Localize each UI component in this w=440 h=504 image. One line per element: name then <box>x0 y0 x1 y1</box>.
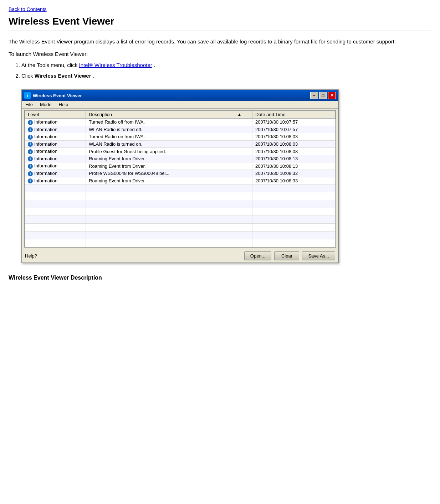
step2-text-after: . <box>93 73 94 79</box>
cell-sort <box>234 155 252 162</box>
cell-datetime: 2007/10/30 10:08:13 <box>252 155 335 162</box>
menu-mode[interactable]: Mode <box>39 102 53 108</box>
table-row: iInformation Turned Radio on from IWA. 2… <box>25 133 336 141</box>
clear-button[interactable]: Clear <box>274 251 299 260</box>
table-row: iInformation Profile Guest for Guest bei… <box>25 148 336 155</box>
section-footer-title: Wireless Event Viewer Description <box>9 275 431 281</box>
event-table-area: Level Description ▲ Date and Time iInfor… <box>24 110 336 248</box>
info-icon: i <box>28 149 33 154</box>
table-row: iInformation WLAN Radio is turned off. 2… <box>25 126 336 133</box>
table-row-empty <box>25 232 336 239</box>
cell-sort <box>234 170 252 177</box>
cell-description: Roaming Event from Driver. <box>86 162 234 170</box>
cell-datetime: 2007/10/30 10:08:03 <box>252 140 335 148</box>
table-row-empty <box>25 192 336 200</box>
cell-sort <box>234 126 252 133</box>
window-footer: Help? Open... Clear Save As... <box>22 249 338 263</box>
window-title: Wireless Event Viewer <box>33 93 310 98</box>
table-row-empty <box>25 224 336 232</box>
cell-sort <box>234 148 252 155</box>
cell-level: iInformation <box>25 177 86 185</box>
cell-sort <box>234 140 252 148</box>
table-row-empty <box>25 200 336 208</box>
title-bar: i Wireless Event Viewer – □ ✕ <box>22 90 338 101</box>
table-row-empty <box>25 208 336 216</box>
step1-text-before: At the Tools menu, click <box>21 62 79 68</box>
cell-level: iInformation <box>25 155 86 162</box>
minimize-button[interactable]: – <box>310 92 318 99</box>
table-row: iInformation Roaming Event from Driver. … <box>25 177 336 185</box>
app-icon: i <box>24 92 31 99</box>
back-to-contents-link[interactable]: Back to Contents <box>9 6 431 12</box>
table-row: iInformation Turned Radio off from IWA. … <box>25 119 336 126</box>
cell-level: iInformation <box>25 162 86 170</box>
cell-description: Profile Guest for Guest being applied. <box>86 148 234 155</box>
page-title: Wireless Event Viewer <box>9 16 431 27</box>
info-icon: i <box>28 120 33 125</box>
step1-text-after: . <box>154 62 155 68</box>
steps-list: At the Tools menu, click Intel® Wireless… <box>21 61 431 80</box>
col-datetime: Date and Time <box>252 111 335 119</box>
cell-level: iInformation <box>25 126 86 133</box>
save-as-button[interactable]: Save As... <box>302 251 335 260</box>
table-row: iInformation Roaming Event from Driver. … <box>25 162 336 170</box>
event-table: Level Description ▲ Date and Time iInfor… <box>25 110 336 247</box>
open-button[interactable]: Open... <box>244 251 272 260</box>
cell-datetime: 2007/10/30 10:08:32 <box>252 170 335 177</box>
app-window: i Wireless Event Viewer – □ ✕ File Mode … <box>21 89 339 263</box>
menu-help[interactable]: Help <box>57 102 69 108</box>
launch-text: To launch Wireless Event Viewer: <box>9 51 431 57</box>
cell-datetime: 2007/10/30 10:07:57 <box>252 119 335 126</box>
cell-level: iInformation <box>25 133 86 141</box>
info-icon: i <box>28 135 33 140</box>
maximize-button[interactable]: □ <box>319 92 327 99</box>
info-icon: i <box>28 178 33 183</box>
cell-sort <box>234 177 252 185</box>
cell-level: iInformation <box>25 119 86 126</box>
cell-description: Roaming Event from Driver. <box>86 177 234 185</box>
table-row: iInformation Profile WSS00048 for WSS000… <box>25 170 336 177</box>
info-icon: i <box>28 142 33 147</box>
app-icon-label: i <box>27 93 28 98</box>
info-icon: i <box>28 164 33 169</box>
cell-description: Profile WSS00048 for WSS00048 bei... <box>86 170 234 177</box>
cell-datetime: 2007/10/30 10:08:08 <box>252 148 335 155</box>
table-row: iInformation Roaming Event from Driver. … <box>25 155 336 162</box>
col-description: Description <box>86 111 234 119</box>
table-row: iInformation WLAN Radio is turned on. 20… <box>25 140 336 148</box>
cell-description: Turned Radio off from IWA. <box>86 119 234 126</box>
table-header-row: Level Description ▲ Date and Time <box>25 111 336 119</box>
cell-datetime: 2007/10/30 10:07:57 <box>252 126 335 133</box>
event-rows: iInformation Turned Radio off from IWA. … <box>25 119 336 247</box>
step2-bold: Wireless Event Viewer <box>35 73 91 79</box>
info-icon: i <box>28 171 33 176</box>
window-wrapper: i Wireless Event Viewer – □ ✕ File Mode … <box>21 89 339 263</box>
cell-description: WLAN Radio is turned off. <box>86 126 234 133</box>
footer-buttons: Open... Clear Save As... <box>244 251 335 260</box>
title-divider <box>9 31 431 31</box>
info-icon: i <box>28 127 33 132</box>
close-button[interactable]: ✕ <box>328 92 336 99</box>
info-icon: i <box>28 156 33 161</box>
cell-datetime: 2007/10/30 10:08:03 <box>252 133 335 141</box>
help-label[interactable]: Help? <box>25 253 244 259</box>
cell-datetime: 2007/10/30 10:08:13 <box>252 162 335 170</box>
cell-description: Roaming Event from Driver. <box>86 155 234 162</box>
step-1: At the Tools menu, click Intel® Wireless… <box>21 61 431 70</box>
menu-file[interactable]: File <box>24 102 34 108</box>
cell-level: iInformation <box>25 148 86 155</box>
step2-text-before: Click <box>21 73 35 79</box>
col-sort-arrow[interactable]: ▲ <box>234 111 252 119</box>
cell-sort <box>234 162 252 170</box>
cell-datetime: 2007/10/30 10:08:33 <box>252 177 335 185</box>
cell-level: iInformation <box>25 170 86 177</box>
cell-description: Turned Radio on from IWA. <box>86 133 234 141</box>
cell-sort <box>234 133 252 141</box>
cell-level: iInformation <box>25 140 86 148</box>
troubleshooter-link[interactable]: Intel® Wireless Troubleshooter <box>79 62 152 68</box>
step-2: Click Wireless Event Viewer . <box>21 71 431 80</box>
table-row-empty <box>25 185 336 192</box>
window-controls: – □ ✕ <box>310 92 336 99</box>
cell-description: WLAN Radio is turned on. <box>86 140 234 148</box>
intro-paragraph: The Wireless Event Viewer program displa… <box>9 37 431 46</box>
